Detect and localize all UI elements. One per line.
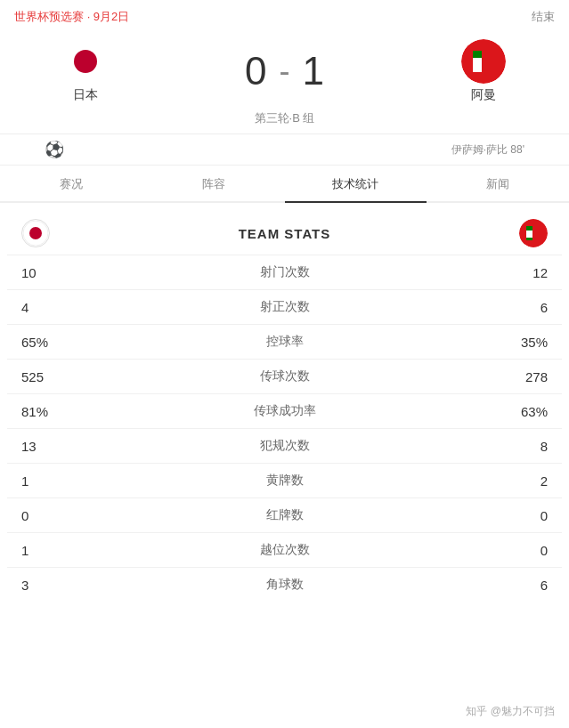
stat-row: 0 红牌数 0 bbox=[7, 497, 562, 532]
team-home-block: 日本 bbox=[14, 39, 157, 103]
round-info: 第三轮·B 组 bbox=[0, 107, 569, 133]
stat-row: 1 越位次数 0 bbox=[7, 532, 562, 567]
score-home: 0 bbox=[245, 52, 266, 91]
stat-away-val: 0 bbox=[494, 508, 548, 523]
stat-rows: 10 射门次数 12 4 射正次数 6 65% 控球率 35% 525 传球次数… bbox=[7, 255, 562, 602]
stat-away-val: 0 bbox=[494, 543, 548, 558]
stat-label: 传球次数 bbox=[75, 368, 494, 384]
tab-lineup[interactable]: 阵容 bbox=[142, 167, 285, 201]
team-away-block: 阿曼 bbox=[412, 39, 555, 103]
goal-line: ⚽ 伊萨姆·萨比 88' bbox=[0, 133, 569, 166]
tab-recap[interactable]: 赛况 bbox=[0, 167, 142, 201]
stat-row: 65% 控球率 35% bbox=[7, 324, 562, 359]
match-date: 9月2日 bbox=[93, 10, 129, 23]
team-stats-title: TEAM STATS bbox=[239, 226, 331, 241]
score-display: 0 - 1 bbox=[157, 52, 412, 91]
team-header-row: TEAM STATS bbox=[7, 212, 562, 255]
stat-row: 4 射正次数 6 bbox=[7, 289, 562, 324]
svg-rect-11 bbox=[526, 238, 532, 240]
stat-away-val: 8 bbox=[494, 439, 548, 454]
svg-point-8 bbox=[519, 219, 548, 247]
svg-rect-4 bbox=[473, 51, 482, 58]
separator: · bbox=[87, 10, 93, 23]
stat-home-val: 81% bbox=[21, 404, 75, 419]
stat-home-val: 10 bbox=[21, 265, 75, 280]
team-away-flag bbox=[461, 39, 506, 84]
stat-away-val: 35% bbox=[494, 335, 548, 350]
svg-point-7 bbox=[29, 227, 42, 239]
stats-section: TEAM STATS 10 射门次数 12 4 射正次数 6 65% 控球率 bbox=[0, 212, 569, 602]
match-status: 结束 bbox=[532, 9, 555, 25]
footer: 知乎 @魅力不可挡 bbox=[466, 704, 555, 719]
competition-name: 世界杯预选赛 bbox=[14, 10, 84, 23]
svg-point-2 bbox=[461, 39, 506, 84]
stat-home-val: 1 bbox=[21, 543, 75, 558]
goal-scorer: 伊萨姆·萨比 88' bbox=[451, 142, 524, 158]
footer-text: 知乎 @魅力不可挡 bbox=[466, 705, 555, 717]
tabs-bar: 赛况 阵容 技术统计 新闻 bbox=[0, 167, 569, 203]
stat-home-val: 3 bbox=[21, 578, 75, 593]
stat-label: 黄牌数 bbox=[75, 473, 494, 489]
stat-label: 射门次数 bbox=[75, 264, 494, 280]
japan-small-flag bbox=[21, 219, 50, 247]
stat-label: 控球率 bbox=[75, 334, 494, 350]
soccer-ball-icon: ⚽ bbox=[45, 140, 64, 159]
stat-label: 传球成功率 bbox=[75, 403, 494, 419]
stat-label: 犯规次数 bbox=[75, 438, 494, 454]
stat-away-val: 12 bbox=[494, 265, 548, 280]
stat-label: 射正次数 bbox=[75, 299, 494, 315]
stat-row: 13 犯规次数 8 bbox=[7, 428, 562, 463]
stat-away-val: 278 bbox=[494, 369, 548, 384]
competition-info: 世界杯预选赛 · 9月2日 bbox=[14, 9, 129, 25]
stat-row: 10 射门次数 12 bbox=[7, 255, 562, 289]
stat-home-val: 0 bbox=[21, 508, 75, 523]
stat-away-val: 2 bbox=[494, 473, 548, 489]
page: 世界杯预选赛 · 9月2日 结束 日本 0 - 1 bbox=[0, 0, 569, 728]
tab-stats[interactable]: 技术统计 bbox=[285, 167, 427, 201]
stat-row: 525 传球次数 278 bbox=[7, 359, 562, 393]
team-away-name: 阿曼 bbox=[471, 87, 496, 103]
stat-away-val: 6 bbox=[494, 578, 548, 593]
stat-home-val: 13 bbox=[21, 439, 75, 454]
score-section: 日本 0 - 1 阿曼 bbox=[0, 30, 569, 107]
stat-home-val: 65% bbox=[21, 335, 75, 350]
stat-label: 角球数 bbox=[75, 577, 494, 593]
team-home-flag bbox=[63, 39, 108, 84]
stat-home-val: 1 bbox=[21, 473, 75, 489]
oman-small-flag bbox=[519, 219, 548, 247]
stat-away-val: 6 bbox=[494, 300, 548, 315]
tab-news[interactable]: 新闻 bbox=[427, 167, 569, 201]
stat-label: 越位次数 bbox=[75, 542, 494, 558]
score-separator: - bbox=[280, 55, 290, 87]
score-away: 1 bbox=[303, 52, 324, 91]
stat-row: 81% 传球成功率 63% bbox=[7, 393, 562, 428]
stat-label: 红牌数 bbox=[75, 507, 494, 523]
stat-row: 3 角球数 6 bbox=[7, 567, 562, 602]
stat-home-val: 525 bbox=[21, 369, 75, 384]
header: 世界杯预选赛 · 9月2日 结束 bbox=[0, 0, 569, 30]
team-home-name: 日本 bbox=[73, 87, 98, 103]
stat-away-val: 63% bbox=[494, 404, 548, 419]
svg-rect-10 bbox=[526, 226, 532, 231]
stat-row: 1 黄牌数 2 bbox=[7, 463, 562, 497]
stat-home-val: 4 bbox=[21, 300, 75, 315]
svg-point-1 bbox=[74, 50, 97, 73]
